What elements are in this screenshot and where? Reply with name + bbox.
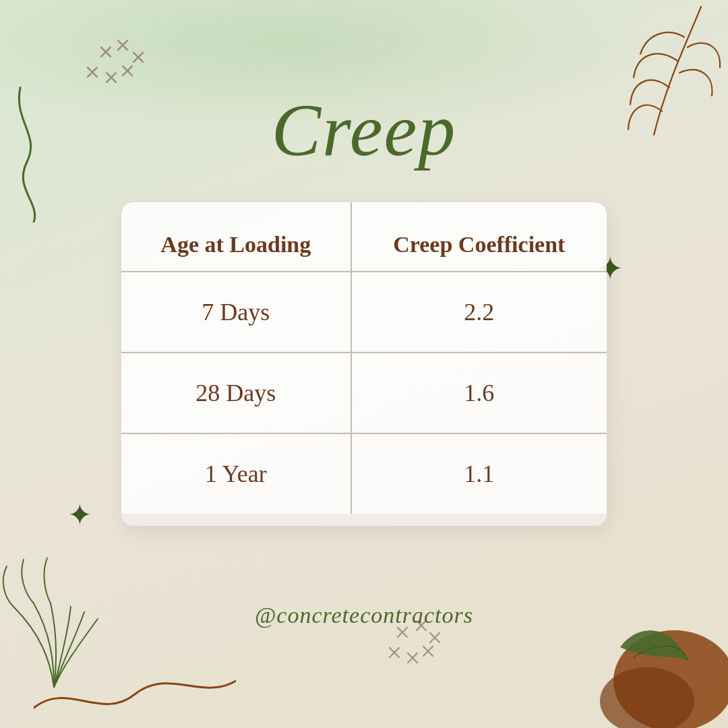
coefficient-cell: 2.2 bbox=[351, 272, 607, 353]
svg-line-8 bbox=[107, 73, 116, 82]
age-cell: 7 Days bbox=[121, 272, 351, 353]
svg-line-6 bbox=[88, 67, 97, 77]
data-table-card: Age at Loading Creep Coefficient 7 Days2… bbox=[121, 202, 607, 526]
age-cell: 28 Days bbox=[121, 353, 351, 433]
coefficient-cell: 1.6 bbox=[351, 353, 607, 433]
svg-line-1 bbox=[101, 47, 111, 57]
table-row: 28 Days1.6 bbox=[121, 353, 607, 433]
svg-line-10 bbox=[123, 66, 132, 75]
coefficient-cell: 1.1 bbox=[351, 433, 607, 514]
table-row: 7 Days2.2 bbox=[121, 272, 607, 353]
svg-line-5 bbox=[133, 53, 143, 62]
svg-point-13 bbox=[600, 667, 694, 728]
sparkle-left: ✦ bbox=[67, 497, 92, 533]
svg-line-0 bbox=[101, 47, 111, 57]
creep-table: Age at Loading Creep Coefficient 7 Days2… bbox=[121, 202, 607, 514]
svg-line-9 bbox=[107, 73, 116, 82]
svg-line-4 bbox=[133, 53, 143, 62]
svg-line-7 bbox=[88, 67, 97, 77]
instagram-handle: @concretecontractors bbox=[0, 603, 728, 628]
table-row: 1 Year1.1 bbox=[121, 433, 607, 514]
col-age-header: Age at Loading bbox=[121, 202, 351, 272]
main-title: Creep bbox=[0, 88, 728, 173]
svg-line-11 bbox=[123, 66, 132, 75]
svg-line-3 bbox=[118, 40, 127, 50]
svg-point-12 bbox=[613, 630, 728, 728]
col-coefficient-header: Creep Coefficient bbox=[351, 202, 607, 272]
crosses-bottom bbox=[384, 621, 472, 691]
squiggle-bottom bbox=[34, 627, 236, 728]
svg-line-2 bbox=[118, 40, 127, 50]
palm-leaf-bottom-left bbox=[0, 499, 121, 688]
age-cell: 1 Year bbox=[121, 433, 351, 514]
canvas: Creep ✦ Age at Loading Creep Coefficient… bbox=[0, 0, 728, 728]
